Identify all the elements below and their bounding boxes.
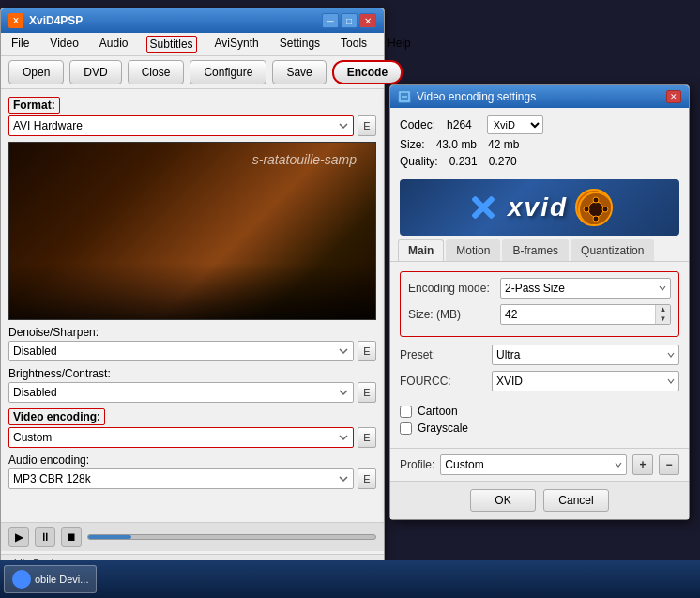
play-button[interactable]: ▶	[8, 527, 29, 547]
quality-value1: 0.231	[449, 155, 478, 168]
main-window: X XviD4PSP ─ □ ✕ File Video Audio Subtit…	[0, 8, 385, 571]
denoise-dropdown[interactable]: Disabled	[8, 341, 354, 361]
minimize-button[interactable]: ─	[322, 13, 339, 28]
codec-info-section: Codec: h264 XviD Size: 43.0 mb 42 mb Qua…	[390, 108, 689, 176]
size-mb-input[interactable]	[501, 305, 655, 324]
save-button[interactable]: Save	[272, 60, 326, 84]
profile-select[interactable]: Custom	[440, 454, 627, 475]
format-edit-button[interactable]: E	[358, 115, 376, 136]
pause-button[interactable]: ⏸	[35, 527, 55, 547]
format-group: Format: AVI Hardware E	[8, 97, 376, 136]
menu-audio[interactable]: Audio	[97, 36, 131, 53]
codec-value: h264	[447, 118, 472, 131]
tab-main[interactable]: Main	[398, 239, 444, 261]
taskbar-icon	[12, 570, 31, 589]
quality-label: Quality:	[400, 155, 438, 168]
format-label: Format:	[8, 97, 60, 114]
format-dropdown[interactable]: AVI Hardware	[8, 115, 354, 136]
dialog-close-button[interactable]: ✕	[666, 90, 681, 103]
grayscale-label: Grayscale	[418, 422, 468, 435]
codec-label: Codec:	[400, 118, 435, 131]
size-mb-row: Size: (MB) ▲ ▼	[408, 304, 671, 325]
grayscale-checkbox[interactable]	[400, 422, 412, 435]
size-mb-label: Size: (MB)	[408, 308, 493, 321]
denoise-group: Denoise/Sharpen: Disabled E	[8, 326, 376, 361]
codec-row: Codec: h264 XviD	[400, 115, 679, 134]
profile-minus-button[interactable]: −	[659, 454, 679, 475]
grayscale-row: Grayscale	[400, 422, 679, 435]
audio-encoding-edit-button[interactable]: E	[358, 468, 376, 489]
ok-button[interactable]: OK	[470, 489, 536, 512]
video-encoding-dropdown[interactable]: Custom	[8, 427, 354, 448]
tab-quantization[interactable]: Quantization	[571, 239, 654, 261]
spacer	[400, 397, 679, 405]
preset-row: Preset: Ultra	[400, 345, 679, 365]
quality-value2: 0.270	[489, 155, 517, 168]
video-encoding-edit-button[interactable]: E	[358, 427, 376, 448]
stop-button[interactable]: ⏹	[61, 527, 82, 547]
main-tab-content: Encoding mode: 2-Pass Size Size: (MB) ▲ …	[390, 262, 689, 448]
fourcc-select[interactable]: XVID	[492, 371, 679, 391]
encoding-settings-dialog: Video encoding settings ✕ Codec: h264 Xv…	[389, 84, 690, 520]
denoise-row: Disabled E	[8, 341, 376, 361]
encoding-mode-row: Encoding mode: 2-Pass Size	[408, 278, 671, 299]
brightness-label: Brightness/Contrast:	[8, 367, 376, 380]
cancel-button[interactable]: Cancel	[543, 489, 609, 512]
main-close-button[interactable]: ✕	[359, 13, 376, 28]
brightness-row: Disabled E	[8, 382, 376, 403]
taskbar-item[interactable]: obile Devi...	[4, 565, 97, 593]
audio-encoding-dropdown[interactable]: MP3 CBR 128k	[8, 468, 354, 489]
size-label: Size:	[400, 138, 425, 151]
configure-button[interactable]: Configure	[190, 60, 266, 84]
profile-plus-button[interactable]: +	[632, 454, 653, 475]
menu-subtitles[interactable]: Subtitles	[146, 36, 197, 53]
cartoon-label: Cartoon	[418, 405, 458, 418]
progress-bar[interactable]	[87, 534, 376, 540]
dvd-button[interactable]: DVD	[69, 60, 121, 84]
brightness-dropdown[interactable]: Disabled	[8, 382, 354, 403]
dialog-title-text: Video encoding settings	[417, 90, 536, 103]
svg-point-3	[588, 202, 603, 217]
dialog-title-left: Video encoding settings	[398, 90, 536, 103]
size-value2: 42 mb	[488, 138, 519, 151]
menu-avisynth[interactable]: AviSynth	[212, 36, 262, 53]
size-mb-up[interactable]: ▲	[656, 305, 670, 314]
menu-file[interactable]: File	[8, 36, 32, 53]
quality-row: Quality: 0.231 0.270	[400, 155, 679, 168]
size-mb-down[interactable]: ▼	[656, 314, 670, 324]
film-reel-icon	[575, 189, 613, 226]
video-encoding-row: Custom E	[8, 427, 376, 448]
dialog-icon	[398, 90, 411, 103]
svg-point-5	[593, 216, 599, 222]
cartoon-checkbox[interactable]	[400, 406, 412, 418]
taskbar-label: obile Devi...	[35, 574, 88, 585]
denoise-edit-button[interactable]: E	[358, 341, 376, 361]
preset-select[interactable]: Ultra	[492, 345, 679, 365]
maximize-button[interactable]: □	[341, 13, 358, 28]
audio-encoding-group: Audio encoding: MP3 CBR 128k E	[8, 453, 376, 489]
encode-button[interactable]: Encode	[332, 60, 403, 84]
menu-video[interactable]: Video	[47, 36, 81, 53]
size-row: Size: 43.0 mb 42 mb	[400, 138, 679, 151]
close-button[interactable]: Close	[128, 60, 185, 84]
open-button[interactable]: Open	[8, 60, 64, 84]
xvid-banner: xvid	[400, 179, 679, 236]
xvid-logo: xvid	[466, 189, 613, 226]
tab-motion[interactable]: Motion	[446, 239, 500, 261]
menu-help[interactable]: Help	[385, 36, 414, 53]
size-mb-spinner: ▲ ▼	[655, 305, 670, 324]
encoding-mode-label: Encoding mode:	[408, 282, 493, 295]
brightness-group: Brightness/Contrast: Disabled E	[8, 367, 376, 403]
menu-tools[interactable]: Tools	[338, 36, 370, 53]
denoise-label: Denoise/Sharpen:	[8, 326, 376, 339]
brightness-edit-button[interactable]: E	[358, 382, 376, 403]
fourcc-row: FOURCC: XVID	[400, 371, 679, 391]
profile-label: Profile:	[400, 458, 434, 471]
encoding-mode-select[interactable]: 2-Pass Size	[500, 278, 671, 299]
video-controls: ▶ ⏸ ⏹	[1, 522, 384, 551]
codec-select[interactable]: XviD	[487, 115, 543, 134]
menu-settings[interactable]: Settings	[277, 36, 323, 53]
taskbar: obile Devi...	[0, 560, 700, 598]
tab-bframes[interactable]: B-frames	[502, 239, 569, 261]
video-preview: s-ratatouille-samp	[8, 142, 376, 320]
